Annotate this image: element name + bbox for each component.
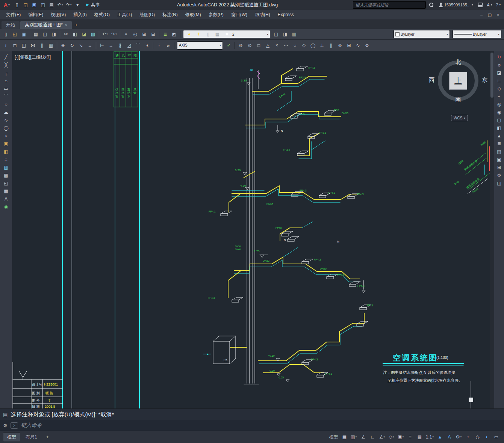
polyline-icon[interactable]: ┌ (2, 69, 11, 77)
steering-wheel-icon[interactable]: ◉ (495, 108, 504, 116)
scale-icon[interactable]: ↘ (77, 41, 85, 50)
zoom-previous-icon[interactable]: ⊟ (149, 30, 157, 38)
account-button[interactable]: 1505999135... ▾ (437, 3, 474, 7)
qat-save-icon[interactable]: ▣ (30, 1, 39, 9)
snap-settings-icon[interactable]: ⚙ (363, 41, 371, 50)
gradient-icon[interactable]: ▩ (2, 171, 11, 179)
sync-icon[interactable]: ↻ (495, 53, 504, 61)
annotate-tool-icon[interactable]: ▲ (495, 132, 504, 140)
maximize-button[interactable]: ▢ (486, 11, 493, 18)
pan-icon[interactable]: ⌖ (122, 30, 130, 38)
customize-wrench-icon[interactable]: ⚙ (3, 423, 8, 428)
trim-icon[interactable]: ⊢ (98, 41, 106, 50)
annotation-monitor-icon[interactable]: + (463, 432, 473, 441)
compass-up-face[interactable]: 上 (449, 72, 467, 90)
construction-line-icon[interactable]: ╳ (2, 61, 11, 69)
ellipse-arc-icon[interactable]: ◗ (2, 132, 11, 140)
minimize-button[interactable]: – (478, 11, 485, 18)
draw-order-icon[interactable]: ◧ (495, 124, 504, 132)
app-store-cart-button[interactable] (476, 1, 484, 9)
polygon-icon[interactable]: ⌂ (2, 77, 11, 84)
snap-quadrant-icon[interactable]: ◇ (300, 41, 308, 50)
circle-icon[interactable]: ○ (2, 100, 11, 108)
layer-combo[interactable]: ●☀▯▤■ 2 ▾ (183, 30, 270, 38)
tab-drawing-active[interactable]: 某别墅暖通施工图* × (20, 21, 72, 29)
layer-previous-icon[interactable]: ◨ (281, 30, 289, 38)
open-icon[interactable]: ◱ (11, 30, 19, 38)
layer-properties-icon[interactable]: ≣ (161, 30, 170, 38)
qat-undo-icon[interactable]: ↶▾ (56, 1, 65, 9)
copy-icon[interactable]: ◫ (20, 41, 28, 50)
menu-edit[interactable]: 编辑(E) (24, 11, 47, 19)
color-combo[interactable]: ByLayer ▾ (394, 30, 450, 38)
offset-icon[interactable]: ∥ (38, 41, 46, 50)
infer-constraints-icon[interactable]: ∠ (359, 432, 368, 441)
divide-icon[interactable]: ⋮ (155, 41, 163, 50)
line-icon[interactable]: ╱ (2, 53, 11, 61)
match-properties-icon[interactable]: ▨ (89, 30, 97, 38)
command-history-row[interactable]: ▤ 选择注释对象或 [放弃(U)/模式(M)]: *取消* (0, 409, 504, 420)
model-space-toggle[interactable]: 模型 (328, 432, 340, 441)
table-icon[interactable]: ▦ (2, 187, 11, 195)
layers-panel-icon[interactable]: ≣ (495, 140, 504, 148)
annotation-scale-label[interactable]: 1:1▾ (424, 432, 435, 441)
array-icon[interactable]: ▦ (47, 41, 55, 50)
edit-polyline-icon[interactable]: ≀ (2, 41, 10, 50)
undo-icon[interactable]: ↶▾ (101, 30, 109, 38)
polar-tracking-icon[interactable]: ∠▾ (377, 432, 387, 441)
snap-parallel-icon[interactable]: ∥ (327, 41, 335, 50)
publish-icon[interactable]: ◨ (50, 30, 58, 38)
viewport-controls[interactable]: [-][俯视][二维线框] (15, 54, 51, 60)
snap-tangent-icon[interactable]: ◯ (309, 41, 317, 50)
layer-filter-combo[interactable]: AXIS ▾ (177, 41, 223, 50)
menu-help[interactable]: 帮助(H) (251, 11, 274, 19)
layer-lock-icon[interactable]: ▯ (204, 30, 212, 38)
add-layout-button[interactable]: + (42, 433, 53, 441)
autodesk-app-button[interactable]: A ▾ (486, 3, 493, 7)
zoom-window-icon[interactable]: ⊞ (140, 30, 148, 38)
grid-icon[interactable]: ▦ (340, 432, 349, 441)
rectangle-icon[interactable]: ▭ (2, 84, 11, 92)
snap-extension-icon[interactable]: ⋯ (282, 41, 290, 50)
snap-perpendicular-icon[interactable]: ⊥ (318, 41, 326, 50)
view-compass[interactable]: 上 北 南 西 东 (437, 60, 479, 102)
lineweight-icon[interactable]: ≡ (406, 432, 415, 441)
layer-states-icon[interactable]: ◩ (170, 30, 179, 38)
new-icon[interactable]: ▯ (2, 30, 10, 38)
ortho-icon[interactable]: ∟ (368, 432, 377, 441)
graphics-performance-icon[interactable]: ◐ (482, 432, 492, 441)
ellipse-icon[interactable]: ◯ (2, 124, 11, 132)
clipboard-panel-icon[interactable]: ◫ (495, 179, 504, 187)
layer-color-swatch[interactable]: ■ (222, 30, 231, 38)
annotation-visibility-icon[interactable]: ▲ (435, 432, 445, 441)
menu-express[interactable]: Express (274, 11, 298, 19)
object-snap-icon[interactable]: ▣▾ (396, 432, 406, 441)
make-current-icon[interactable]: ✓ (224, 41, 233, 50)
snap-nearest-icon[interactable]: ∿ (354, 41, 362, 50)
vertical-scrollbar[interactable] (490, 51, 494, 408)
zoom-realtime-icon[interactable]: ◎ (131, 30, 139, 38)
snap-node-icon[interactable]: ⊗ (336, 41, 344, 50)
make-block-icon[interactable]: ◧ (2, 148, 11, 155)
close-button[interactable]: × (494, 11, 502, 18)
move-icon[interactable]: ⊕ (59, 41, 67, 50)
command-input-row[interactable]: ⚙ > 键入命令 (0, 420, 504, 431)
stretch-icon[interactable]: ↔ (86, 41, 94, 50)
utilities-icon[interactable]: ⚙ (495, 171, 504, 179)
fullscreen-icon[interactable]: ▭ (492, 432, 501, 441)
drawing-canvas[interactable]: 3.30JPFP4.3FP3.5FP5FP6DN40FP1.3FP4.3N6.3… (12, 51, 490, 408)
view-cube-icon[interactable]: ◇ (495, 84, 504, 92)
drawing-svg[interactable]: 3.30JPFP4.3FP3.5FP5FP6DN40FP1.3FP4.3N6.3… (12, 51, 490, 408)
snap-midpoint-icon[interactable]: △ (263, 41, 272, 50)
layer-isolate-icon[interactable]: ▥ (290, 30, 298, 38)
menu-parametric[interactable]: 参数(P) (205, 11, 227, 19)
search-icon[interactable] (427, 1, 436, 9)
layer-on-bulb-icon[interactable]: ● (185, 30, 194, 38)
orbit-icon[interactable]: ◎ (495, 100, 504, 108)
measure-icon[interactable]: ⌀ (164, 41, 173, 50)
point-style-icon[interactable]: ◉ (2, 203, 11, 211)
menu-file[interactable]: 文件(F) (2, 11, 24, 19)
rotate-icon[interactable]: ↻ (68, 41, 76, 50)
fillet-icon[interactable]: ⌒ (134, 41, 142, 50)
snap-mode-icon[interactable]: ▥▾ (349, 432, 359, 441)
